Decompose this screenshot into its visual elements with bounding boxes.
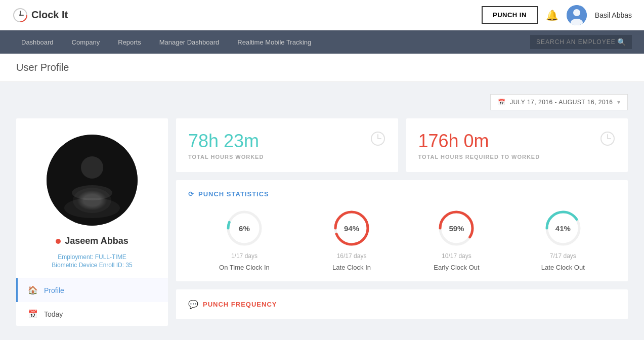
svg-point-4 (19, 14, 21, 16)
header: Clock It PUNCH IN 🔔 Basil Abbas (0, 0, 644, 30)
header-right: PUNCH IN 🔔 Basil Abbas (482, 5, 632, 25)
left-sidebar-nav: 🏠 Profile 📅 Today (16, 278, 168, 326)
hours-required-value: 176h 0m (418, 131, 540, 152)
nav-item-manager-dashboard[interactable]: Manager Dashboard (150, 30, 229, 54)
late-clock-in-circle: 94% (331, 208, 372, 248)
search-icon: 🔍 (617, 38, 626, 46)
nav-item-dashboard[interactable]: Dashboard (12, 30, 63, 54)
punch-statistics-card: ⟳ PUNCH STATISTICS 6% 1/17 days (176, 180, 628, 281)
hours-required-card: 176h 0m TOTAL HOURS REQUIRED TO WORKED (406, 118, 628, 172)
punch-stats-icon: ⟳ (188, 190, 194, 198)
svg-point-12 (72, 185, 112, 200)
stats-row: 78h 23m TOTAL HOURS WORKED 176h 0m TOTAL… (176, 118, 628, 172)
late-clock-in-percent: 94% (344, 224, 359, 233)
calendar-icon: 📅 (498, 99, 506, 106)
punch-frequency-title: 💬 PUNCH FREQUENCY (188, 300, 616, 309)
early-clock-out-circle: 59% (436, 208, 477, 248)
logo-icon (12, 7, 28, 23)
main-content: 📅 JULY 17, 2016 - AUGUST 16, 2016 ▾ (0, 82, 644, 340)
page-title-bar: User Profile (0, 54, 644, 82)
nav-items: Dashboard Company Reports Manager Dashbo… (12, 30, 530, 54)
logo: Clock It (12, 7, 68, 23)
calendar-icon: 📅 (28, 309, 38, 319)
main-nav: Dashboard Company Reports Manager Dashbo… (0, 30, 644, 54)
user-label: Jaseem Abbas (16, 236, 168, 250)
freq-icon: 💬 (188, 300, 199, 309)
nav-item-company[interactable]: Company (63, 30, 109, 54)
hours-required-icon (599, 131, 616, 150)
svg-point-9 (81, 156, 103, 179)
profile-photo-area (16, 118, 168, 236)
hours-worked-value: 78h 23m (188, 131, 264, 152)
hours-required-label: TOTAL HOURS REQUIRED TO WORKED (418, 154, 540, 160)
hours-worked-label: TOTAL HOURS WORKED (188, 154, 264, 160)
hours-worked-icon (370, 131, 386, 150)
status-indicator (56, 239, 61, 244)
late-clock-out-item: 41% 7/17 days Late Clock Out (541, 208, 585, 271)
punch-frequency-card: 💬 PUNCH FREQUENCY (176, 289, 628, 319)
user-meta: Employment: FULL-TIME Biometric Device E… (16, 250, 168, 278)
date-range-value: JULY 17, 2016 - AUGUST 16, 2016 (510, 99, 613, 106)
nav-item-reports[interactable]: Reports (109, 30, 150, 54)
biometric-id: Biometric Device Enroll ID: 35 (16, 262, 168, 269)
late-clock-in-days: 16/17 days (337, 252, 367, 260)
user-name-label: Basil Abbas (595, 11, 632, 19)
hours-required-info: 176h 0m TOTAL HOURS REQUIRED TO WORKED (418, 131, 540, 160)
late-clock-out-circle: 41% (543, 208, 583, 248)
punch-in-button[interactable]: PUNCH IN (482, 6, 538, 24)
on-time-percent: 6% (239, 224, 250, 233)
left-panel: Jaseem Abbas Employment: FULL-TIME Biome… (16, 118, 168, 326)
svg-point-11 (64, 198, 120, 218)
on-time-circle: 6% (224, 208, 265, 248)
nav-search-container: 🔍 (530, 35, 632, 49)
punch-statistics-title: ⟳ PUNCH STATISTICS (188, 190, 616, 198)
on-time-name: On Time Clock In (219, 264, 270, 271)
profile-photo-svg (47, 135, 138, 226)
sidebar-item-today[interactable]: 📅 Today (16, 302, 168, 326)
on-time-clock-in-item: 6% 1/17 days On Time Clock In (219, 208, 270, 271)
late-clock-out-days: 7/17 days (550, 252, 576, 260)
on-time-days: 1/17 days (231, 252, 257, 260)
profile-name: Jaseem Abbas (65, 236, 128, 246)
hours-worked-info: 78h 23m TOTAL HOURS WORKED (188, 131, 264, 160)
punch-stats-row: 6% 1/17 days On Time Clock In 94% (188, 208, 616, 271)
late-clock-in-name: Late Clock In (332, 264, 371, 271)
late-clock-in-item: 94% 16/17 days Late Clock In (331, 208, 372, 271)
early-clock-out-name: Early Clock Out (434, 264, 479, 271)
nav-item-realtime-tracking[interactable]: Realtime Mobile Tracking (228, 30, 320, 54)
dropdown-arrow-icon: ▾ (617, 99, 621, 106)
home-icon: 🏠 (28, 285, 38, 295)
date-range-button[interactable]: 📅 JULY 17, 2016 - AUGUST 16, 2016 ▾ (490, 94, 628, 110)
right-panels: 78h 23m TOTAL HOURS WORKED 176h 0m TOTAL… (176, 118, 628, 326)
search-input[interactable] (536, 38, 617, 46)
hours-worked-card: 78h 23m TOTAL HOURS WORKED (176, 118, 398, 172)
sidebar-today-label: Today (44, 310, 63, 318)
bell-icon[interactable]: 🔔 (546, 9, 559, 21)
late-clock-out-name: Late Clock Out (541, 264, 585, 271)
content-row: Jaseem Abbas Employment: FULL-TIME Biome… (16, 118, 628, 326)
early-clock-out-percent: 59% (449, 224, 464, 233)
app-name: Clock It (31, 9, 68, 21)
user-avatar (567, 5, 587, 25)
late-clock-out-percent: 41% (555, 224, 571, 233)
date-range-row: 📅 JULY 17, 2016 - AUGUST 16, 2016 ▾ (16, 94, 628, 110)
early-clock-out-days: 10/17 days (442, 252, 471, 260)
sidebar-profile-label: Profile (44, 286, 64, 294)
early-clock-out-item: 59% 10/17 days Early Clock Out (434, 208, 479, 271)
punch-statistics-label: PUNCH STATISTICS (198, 190, 269, 198)
employment-type: Employment: FULL-TIME (16, 253, 168, 261)
avatar-image (567, 5, 587, 25)
svg-point-6 (573, 9, 580, 16)
sidebar-item-profile[interactable]: 🏠 Profile (16, 278, 168, 302)
page-title: User Profile (16, 62, 628, 73)
punch-frequency-label: PUNCH FREQUENCY (203, 301, 277, 308)
profile-photo (47, 135, 138, 226)
